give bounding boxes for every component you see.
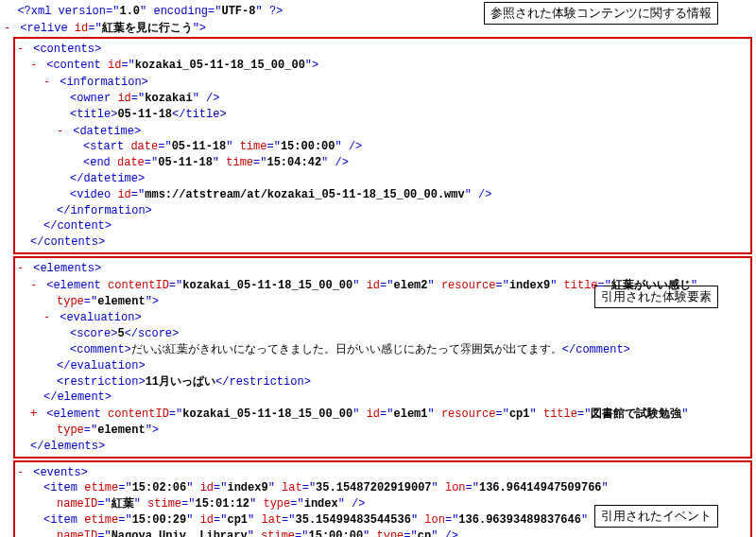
datetime-open: - <datetime> [17, 123, 748, 140]
events-open: - <events> [17, 464, 748, 481]
elements-close: </elements> [17, 439, 748, 455]
toggle-icon[interactable]: - [43, 309, 53, 325]
start-tag: <start date="05-11-18" time="15:00:00" /… [17, 139, 748, 155]
element2-close: </element> [17, 390, 748, 406]
toggle-icon[interactable]: - [30, 277, 40, 293]
contents-box: - <contents> - <content id="kozakai_05-1… [13, 37, 752, 254]
comment-tag: <comment>だいぶ紅葉がきれいになってきました。日がいい感じにあたって雰囲… [17, 342, 748, 358]
toggle-icon[interactable]: - [57, 123, 66, 139]
item2-cont: nameID="Nagoya_Univ._Library" stime="15:… [17, 528, 748, 537]
toggle-icon[interactable]: - [17, 41, 26, 57]
element1-open: + <element contentID="kozakai_05-11-18_1… [17, 406, 748, 423]
contents-open: - <contents> [17, 41, 748, 58]
toggle-icon[interactable]: - [17, 260, 26, 276]
label-contents: 参照された体験コンテンツに関する情報 [484, 2, 718, 25]
toggle-icon[interactable]: - [17, 464, 26, 480]
information-open: - <information> [17, 74, 748, 91]
toggle-icon[interactable]: - [43, 74, 53, 90]
score-tag: <score>5</score> [17, 326, 748, 342]
toggle-icon[interactable]: - [4, 20, 13, 36]
datetime-close: </datetime> [17, 171, 748, 187]
content-close: </content> [17, 218, 748, 234]
content-open: - <content id="kozakai_05-11-18_15_00_00… [17, 57, 748, 74]
elements-open: - <elements> [17, 260, 748, 277]
toggle-icon[interactable]: - [30, 57, 40, 73]
video-tag: <video id="mms://atstream/at/kozakai_05-… [17, 187, 748, 203]
contents-close: </contents> [17, 234, 748, 251]
restriction-tag: <restriction>11月いっぱい</restriction> [17, 374, 748, 390]
item1: <item etime="15:02:06" id="index9" lat="… [17, 480, 748, 496]
title-tag: <title>05-11-18</title> [17, 107, 748, 123]
end-tag: <end date="05-11-18" time="15:04:42" /> [17, 155, 748, 171]
evaluation-open: - <evaluation> [17, 309, 748, 326]
owner-tag: <owner id="kozakai" /> [17, 91, 748, 107]
element2-open: - <element contentID="kozakai_05-11-18_1… [17, 277, 748, 294]
information-close: </information> [17, 203, 748, 219]
elements-box: - <elements> - <element contentID="kozak… [13, 256, 752, 459]
element1-open-cont: type="element"> [17, 423, 748, 439]
toggle-icon[interactable]: + [30, 406, 40, 422]
evaluation-close: </evaluation> [17, 358, 748, 374]
element2-open-cont: type="element"> [17, 294, 748, 310]
label-events: 引用されたイベント [594, 505, 718, 528]
